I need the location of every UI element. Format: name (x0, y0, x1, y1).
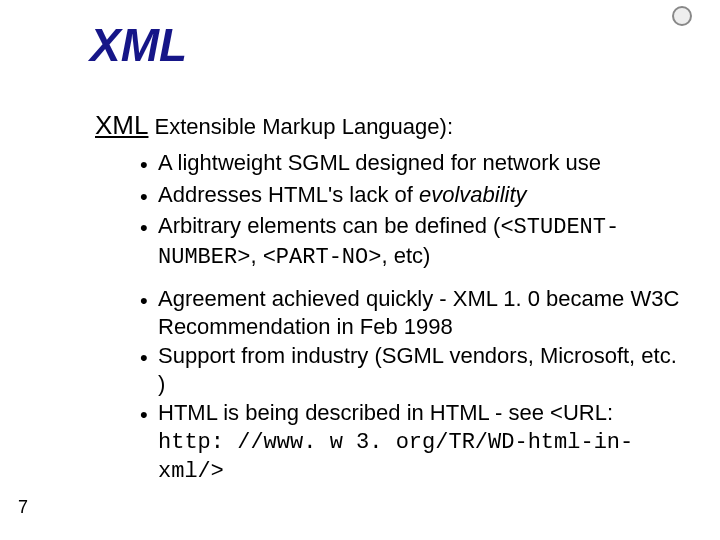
bullet-dot: • (140, 214, 158, 242)
slide-title: XML (90, 18, 187, 72)
bullet-item: • Agreement achieved quickly - XML 1. 0 … (140, 285, 685, 340)
text-part: Arbitrary elements can be defined ( (158, 213, 500, 238)
bullet-item: • Addresses HTML's lack of evolvability (140, 181, 685, 211)
subheading: XML Extensible Markup Language): (95, 110, 685, 141)
text-part: > (211, 457, 224, 482)
code-text: <PART-NO> (263, 245, 382, 270)
italic-text: evolvability (419, 182, 527, 207)
bullet-dot: • (140, 344, 158, 372)
bullet-item: • Arbitrary elements can be defined (<ST… (140, 212, 685, 271)
bullet-dot: • (140, 151, 158, 179)
decorative-circle (672, 6, 692, 26)
bullet-group-2: • Agreement achieved quickly - XML 1. 0 … (140, 285, 685, 486)
bullet-dot: • (140, 183, 158, 211)
text-part: , etc) (381, 243, 430, 268)
content-area: XML Extensible Markup Language): • A lig… (95, 110, 685, 500)
bullet-text: Addresses HTML's lack of evolvability (158, 181, 685, 209)
bullet-dot: • (140, 401, 158, 429)
text-part: Addresses HTML's lack of (158, 182, 419, 207)
page-number: 7 (18, 497, 28, 518)
bullet-group-1: • A lightweight SGML designed for networ… (140, 149, 685, 271)
bullet-text: A lightweight SGML designed for network … (158, 149, 685, 177)
subheading-acronym: XML (95, 110, 148, 140)
text-part: HTML is being described in HTML - see <U… (158, 400, 613, 425)
bullet-item: • HTML is being described in HTML - see … (140, 399, 685, 486)
bullet-text: Arbitrary elements can be defined (<STUD… (158, 212, 685, 271)
bullet-dot: • (140, 287, 158, 315)
bullet-text: Support from industry (SGML vendors, Mic… (158, 342, 685, 397)
bullet-text: HTML is being described in HTML - see <U… (158, 399, 685, 486)
subheading-rest: Extensible Markup Language): (148, 114, 453, 139)
bullet-text: Agreement achieved quickly - XML 1. 0 be… (158, 285, 685, 340)
bullet-item: • A lightweight SGML designed for networ… (140, 149, 685, 179)
text-part: , (250, 243, 262, 268)
bullet-item: • Support from industry (SGML vendors, M… (140, 342, 685, 397)
code-text: http: //www. w 3. org/TR/WD-html-in-xml/ (158, 430, 633, 485)
